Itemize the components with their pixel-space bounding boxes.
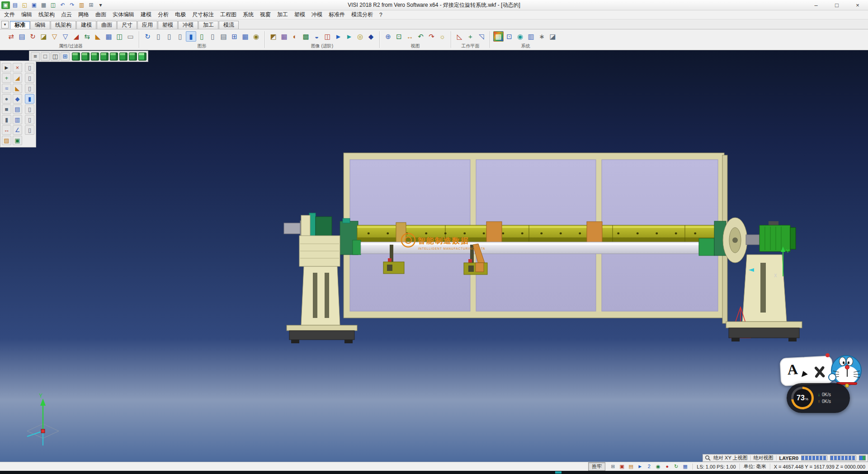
menu-item[interactable]: 曲面 [92, 10, 109, 19]
view-left-icon[interactable] [100, 52, 108, 61]
filter-reset-icon[interactable]: ▭ [125, 31, 136, 42]
redraw-icon[interactable]: ↻ [142, 31, 153, 42]
refresh-status-icon[interactable]: ↻ [672, 463, 680, 470]
workplane-align-icon[interactable]: ◹ [476, 31, 486, 42]
tab-dropdown-button[interactable]: ▼ [1, 21, 9, 28]
menu-item[interactable]: 系统 [240, 10, 257, 19]
color-palette-icon[interactable]: ▦ [493, 31, 504, 42]
tailstock-right[interactable] [723, 218, 802, 341]
zoom-indicator-icon[interactable] [705, 455, 711, 461]
modify-icon[interactable]: ◆ [13, 94, 22, 104]
zoom-window-icon[interactable]: ⊡ [394, 31, 404, 42]
attr-update-icon[interactable]: ↻ [28, 31, 38, 42]
filter-funnel-edit-icon[interactable]: ▽ [60, 31, 71, 42]
grid-icon[interactable]: ⊞ [87, 1, 95, 9]
snap-settings-icon[interactable]: ∗ [537, 31, 547, 42]
new-doc-icon[interactable]: ▤ [11, 1, 19, 9]
visibility-icon[interactable]: ◉ [654, 463, 662, 470]
texture-mode-icon[interactable]: ▩ [301, 31, 311, 42]
mini-layer-6-icon[interactable]: ▯ [25, 115, 34, 124]
dimension-icon[interactable]: ↔ [2, 125, 11, 135]
menu-item[interactable]: 尺寸标注 [189, 10, 217, 19]
tab[interactable]: 曲面 [97, 21, 117, 29]
tab[interactable]: 塑模 [158, 21, 178, 29]
assist-icon[interactable]: 2 [645, 463, 653, 470]
save-icon[interactable]: ▣ [30, 1, 38, 9]
net-speed-widget[interactable]: 73 % ↓ 0K/s ↑ 0K/s [787, 383, 850, 413]
drive-motor[interactable] [760, 225, 790, 251]
mini-layer-7-icon[interactable]: ▯ [25, 125, 34, 135]
sketch-icon[interactable]: ◢ [13, 73, 22, 83]
menu-item[interactable]: 模流分析 [348, 10, 376, 19]
record-icon[interactable]: ● [663, 463, 671, 470]
visi-logo-icon[interactable]: ▣ [1, 1, 10, 9]
layer-new-icon[interactable]: ▯ [197, 31, 207, 42]
capture-icon[interactable]: ▣ [618, 463, 626, 470]
cylinder-tool-icon[interactable]: ▮ [2, 115, 11, 124]
open-folder-icon[interactable]: ◱ [20, 1, 29, 9]
transparency-icon[interactable]: ◒ [311, 31, 322, 42]
tab[interactable]: 冲模 [178, 21, 198, 29]
trim-icon[interactable]: ◣ [13, 84, 22, 93]
undo-icon[interactable]: ↶ [58, 1, 67, 9]
tab[interactable]: 建模 [76, 21, 96, 29]
menu-item[interactable]: 编辑 [18, 10, 35, 19]
redo-icon[interactable]: ↷ [68, 1, 76, 9]
filter-pen-icon[interactable]: ◣ [93, 31, 103, 42]
view-dimetric-icon[interactable] [138, 52, 146, 61]
plot-icon[interactable]: ◫ [49, 1, 57, 9]
layer-list-icon[interactable]: ▤ [218, 31, 229, 42]
print-icon[interactable]: ▦ [39, 1, 48, 9]
menu-item[interactable]: 网格 [75, 10, 92, 19]
point-icon[interactable]: + [2, 73, 11, 83]
view-top-icon[interactable] [119, 52, 127, 61]
attr-doc-icon[interactable]: ▤ [17, 31, 27, 42]
tab[interactable]: 尺寸 [117, 21, 137, 29]
monitor-config-icon[interactable]: ⊡ [504, 31, 514, 42]
globe-icon[interactable]: ◉ [515, 31, 525, 42]
pan-view-icon[interactable]: ↔ [405, 31, 415, 42]
angle-icon[interactable]: ∠ [13, 125, 22, 135]
solid-box-icon[interactable]: ■ [2, 104, 11, 114]
wireframe-mode-icon[interactable]: ▦ [279, 31, 289, 42]
workplane-create-icon[interactable]: ◺ [454, 31, 465, 42]
layer-manager-icon[interactable]: ◉ [251, 31, 261, 42]
sheet-icon[interactable]: ▤ [13, 104, 22, 114]
filter-box-icon[interactable]: ◫ [114, 31, 125, 42]
snap-grid-icon[interactable]: ⊞ [609, 463, 617, 470]
shade-mode-icon[interactable]: ◩ [268, 31, 278, 42]
menu-item[interactable]: 视窗 [257, 10, 274, 19]
four-view-icon[interactable]: ⊞ [61, 52, 70, 61]
layer-grid-icon[interactable]: ⊞ [229, 31, 240, 42]
gem-view-icon[interactable]: ◆ [366, 31, 376, 42]
menu-item[interactable]: ? [376, 11, 386, 19]
view-bottom-icon[interactable] [129, 52, 137, 61]
beam-clamp[interactable] [587, 222, 602, 244]
hatch-icon[interactable]: ▨ [2, 136, 11, 145]
zoom-all-icon[interactable]: ⊕ [383, 31, 393, 42]
single-view-icon[interactable]: □ [41, 52, 50, 61]
render-mode-icon[interactable]: ◐ [290, 31, 300, 42]
erase-icon[interactable]: × [13, 63, 22, 72]
workplane-origin-icon[interactable]: + [465, 31, 476, 42]
close-button[interactable]: × [847, 0, 868, 10]
menu-item[interactable]: 文件 [1, 10, 18, 19]
maximize-button[interactable]: □ [826, 0, 847, 10]
menu-item[interactable]: 建模 [137, 10, 155, 19]
print-status-icon[interactable]: ▤ [627, 463, 635, 470]
filter-funnel-icon[interactable]: ▽ [49, 31, 60, 42]
next-view-icon[interactable]: ↷ [426, 31, 437, 42]
mini-layer-3-icon[interactable]: ▯ [25, 84, 34, 93]
layer-roll-2-icon[interactable]: ▯ [164, 31, 175, 42]
menu-item[interactable]: 点云 [58, 10, 75, 19]
layer-field[interactable]: LAYER0 [779, 455, 798, 461]
doc-tool-icon[interactable]: ▥ [13, 115, 22, 124]
pointer-status-icon[interactable]: ► [636, 463, 644, 470]
mini-layer-2-icon[interactable]: ▯ [25, 73, 34, 83]
viewport-canvas[interactable]: Y X 智能制造数据 INTELLIGENT MANUFACTURING DAT… [0, 50, 868, 462]
mini-layer-1-icon[interactable]: ▯ [25, 63, 34, 72]
layer-roll-3-icon[interactable]: ▯ [175, 31, 185, 42]
tab[interactable]: 加工 [198, 21, 218, 29]
filter-corner-icon[interactable]: ◢ [71, 31, 81, 42]
view-iso-icon[interactable] [72, 52, 80, 61]
